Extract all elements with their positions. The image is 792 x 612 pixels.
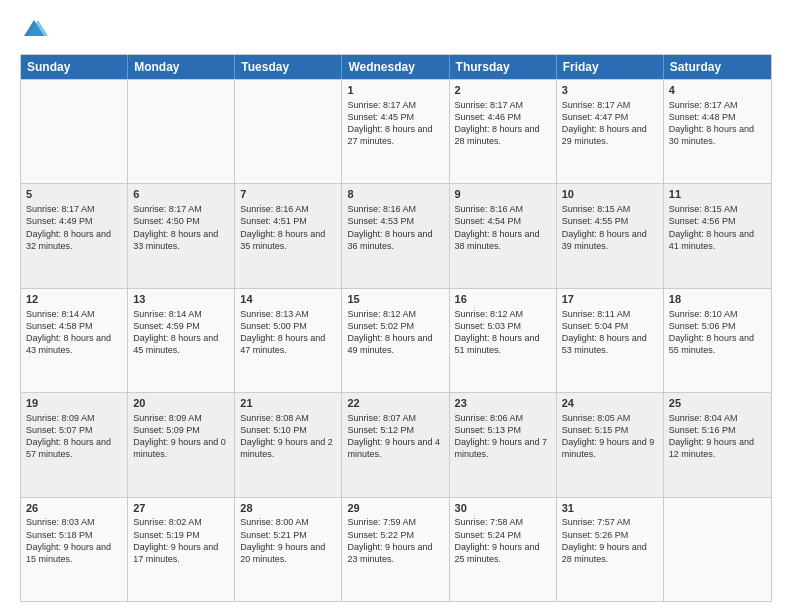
day-cell-24: 24Sunrise: 8:05 AM Sunset: 5:15 PM Dayli… (557, 393, 664, 496)
day-info: Sunrise: 7:57 AM Sunset: 5:26 PM Dayligh… (562, 516, 658, 565)
day-info: Sunrise: 8:07 AM Sunset: 5:12 PM Dayligh… (347, 412, 443, 461)
empty-cell (664, 498, 771, 601)
day-cell-13: 13Sunrise: 8:14 AM Sunset: 4:59 PM Dayli… (128, 289, 235, 392)
day-info: Sunrise: 8:17 AM Sunset: 4:48 PM Dayligh… (669, 99, 766, 148)
day-info: Sunrise: 8:15 AM Sunset: 4:56 PM Dayligh… (669, 203, 766, 252)
day-number: 30 (455, 501, 551, 516)
day-info: Sunrise: 8:15 AM Sunset: 4:55 PM Dayligh… (562, 203, 658, 252)
day-info: Sunrise: 8:13 AM Sunset: 5:00 PM Dayligh… (240, 308, 336, 357)
day-info: Sunrise: 8:16 AM Sunset: 4:54 PM Dayligh… (455, 203, 551, 252)
day-number: 25 (669, 396, 766, 411)
header-day-monday: Monday (128, 55, 235, 79)
day-info: Sunrise: 8:04 AM Sunset: 5:16 PM Dayligh… (669, 412, 766, 461)
header-day-wednesday: Wednesday (342, 55, 449, 79)
day-info: Sunrise: 8:05 AM Sunset: 5:15 PM Dayligh… (562, 412, 658, 461)
day-cell-3: 3Sunrise: 8:17 AM Sunset: 4:47 PM Daylig… (557, 80, 664, 183)
day-number: 20 (133, 396, 229, 411)
day-number: 7 (240, 187, 336, 202)
day-cell-25: 25Sunrise: 8:04 AM Sunset: 5:16 PM Dayli… (664, 393, 771, 496)
day-info: Sunrise: 8:16 AM Sunset: 4:51 PM Dayligh… (240, 203, 336, 252)
day-cell-2: 2Sunrise: 8:17 AM Sunset: 4:46 PM Daylig… (450, 80, 557, 183)
calendar-row-5: 26Sunrise: 8:03 AM Sunset: 5:18 PM Dayli… (21, 497, 771, 601)
day-cell-17: 17Sunrise: 8:11 AM Sunset: 5:04 PM Dayli… (557, 289, 664, 392)
day-cell-21: 21Sunrise: 8:08 AM Sunset: 5:10 PM Dayli… (235, 393, 342, 496)
day-cell-20: 20Sunrise: 8:09 AM Sunset: 5:09 PM Dayli… (128, 393, 235, 496)
day-number: 29 (347, 501, 443, 516)
header-day-tuesday: Tuesday (235, 55, 342, 79)
day-cell-29: 29Sunrise: 7:59 AM Sunset: 5:22 PM Dayli… (342, 498, 449, 601)
day-number: 16 (455, 292, 551, 307)
day-info: Sunrise: 8:17 AM Sunset: 4:49 PM Dayligh… (26, 203, 122, 252)
day-number: 10 (562, 187, 658, 202)
day-number: 12 (26, 292, 122, 307)
day-info: Sunrise: 8:14 AM Sunset: 4:59 PM Dayligh… (133, 308, 229, 357)
day-info: Sunrise: 8:12 AM Sunset: 5:02 PM Dayligh… (347, 308, 443, 357)
day-cell-27: 27Sunrise: 8:02 AM Sunset: 5:19 PM Dayli… (128, 498, 235, 601)
calendar-row-4: 19Sunrise: 8:09 AM Sunset: 5:07 PM Dayli… (21, 392, 771, 496)
day-info: Sunrise: 8:17 AM Sunset: 4:50 PM Dayligh… (133, 203, 229, 252)
calendar: SundayMondayTuesdayWednesdayThursdayFrid… (20, 54, 772, 602)
day-number: 27 (133, 501, 229, 516)
day-number: 8 (347, 187, 443, 202)
day-number: 2 (455, 83, 551, 98)
day-info: Sunrise: 7:59 AM Sunset: 5:22 PM Dayligh… (347, 516, 443, 565)
empty-cell (21, 80, 128, 183)
day-info: Sunrise: 8:14 AM Sunset: 4:58 PM Dayligh… (26, 308, 122, 357)
day-number: 3 (562, 83, 658, 98)
day-cell-12: 12Sunrise: 8:14 AM Sunset: 4:58 PM Dayli… (21, 289, 128, 392)
day-info: Sunrise: 8:16 AM Sunset: 4:53 PM Dayligh… (347, 203, 443, 252)
day-cell-30: 30Sunrise: 7:58 AM Sunset: 5:24 PM Dayli… (450, 498, 557, 601)
day-info: Sunrise: 8:09 AM Sunset: 5:09 PM Dayligh… (133, 412, 229, 461)
day-number: 28 (240, 501, 336, 516)
day-cell-11: 11Sunrise: 8:15 AM Sunset: 4:56 PM Dayli… (664, 184, 771, 287)
day-number: 26 (26, 501, 122, 516)
calendar-row-3: 12Sunrise: 8:14 AM Sunset: 4:58 PM Dayli… (21, 288, 771, 392)
day-cell-22: 22Sunrise: 8:07 AM Sunset: 5:12 PM Dayli… (342, 393, 449, 496)
day-cell-10: 10Sunrise: 8:15 AM Sunset: 4:55 PM Dayli… (557, 184, 664, 287)
day-cell-5: 5Sunrise: 8:17 AM Sunset: 4:49 PM Daylig… (21, 184, 128, 287)
calendar-row-1: 1Sunrise: 8:17 AM Sunset: 4:45 PM Daylig… (21, 79, 771, 183)
day-number: 14 (240, 292, 336, 307)
day-cell-1: 1Sunrise: 8:17 AM Sunset: 4:45 PM Daylig… (342, 80, 449, 183)
header-day-friday: Friday (557, 55, 664, 79)
calendar-row-2: 5Sunrise: 8:17 AM Sunset: 4:49 PM Daylig… (21, 183, 771, 287)
day-number: 19 (26, 396, 122, 411)
day-info: Sunrise: 8:17 AM Sunset: 4:45 PM Dayligh… (347, 99, 443, 148)
calendar-header: SundayMondayTuesdayWednesdayThursdayFrid… (21, 55, 771, 79)
day-number: 22 (347, 396, 443, 411)
day-info: Sunrise: 8:11 AM Sunset: 5:04 PM Dayligh… (562, 308, 658, 357)
day-cell-31: 31Sunrise: 7:57 AM Sunset: 5:26 PM Dayli… (557, 498, 664, 601)
day-cell-15: 15Sunrise: 8:12 AM Sunset: 5:02 PM Dayli… (342, 289, 449, 392)
day-info: Sunrise: 8:17 AM Sunset: 4:46 PM Dayligh… (455, 99, 551, 148)
day-info: Sunrise: 8:08 AM Sunset: 5:10 PM Dayligh… (240, 412, 336, 461)
day-info: Sunrise: 8:10 AM Sunset: 5:06 PM Dayligh… (669, 308, 766, 357)
day-cell-26: 26Sunrise: 8:03 AM Sunset: 5:18 PM Dayli… (21, 498, 128, 601)
logo (20, 16, 52, 44)
day-cell-7: 7Sunrise: 8:16 AM Sunset: 4:51 PM Daylig… (235, 184, 342, 287)
day-info: Sunrise: 8:06 AM Sunset: 5:13 PM Dayligh… (455, 412, 551, 461)
day-number: 6 (133, 187, 229, 202)
day-number: 11 (669, 187, 766, 202)
day-info: Sunrise: 8:17 AM Sunset: 4:47 PM Dayligh… (562, 99, 658, 148)
day-number: 18 (669, 292, 766, 307)
day-number: 13 (133, 292, 229, 307)
header (20, 16, 772, 44)
calendar-body: 1Sunrise: 8:17 AM Sunset: 4:45 PM Daylig… (21, 79, 771, 601)
empty-cell (128, 80, 235, 183)
day-number: 9 (455, 187, 551, 202)
day-info: Sunrise: 8:12 AM Sunset: 5:03 PM Dayligh… (455, 308, 551, 357)
logo-icon (20, 16, 48, 44)
day-cell-28: 28Sunrise: 8:00 AM Sunset: 5:21 PM Dayli… (235, 498, 342, 601)
day-number: 24 (562, 396, 658, 411)
day-cell-18: 18Sunrise: 8:10 AM Sunset: 5:06 PM Dayli… (664, 289, 771, 392)
page: SundayMondayTuesdayWednesdayThursdayFrid… (0, 0, 792, 612)
day-number: 1 (347, 83, 443, 98)
day-cell-19: 19Sunrise: 8:09 AM Sunset: 5:07 PM Dayli… (21, 393, 128, 496)
day-cell-23: 23Sunrise: 8:06 AM Sunset: 5:13 PM Dayli… (450, 393, 557, 496)
day-cell-9: 9Sunrise: 8:16 AM Sunset: 4:54 PM Daylig… (450, 184, 557, 287)
day-number: 4 (669, 83, 766, 98)
day-cell-16: 16Sunrise: 8:12 AM Sunset: 5:03 PM Dayli… (450, 289, 557, 392)
day-number: 23 (455, 396, 551, 411)
day-info: Sunrise: 8:03 AM Sunset: 5:18 PM Dayligh… (26, 516, 122, 565)
day-number: 21 (240, 396, 336, 411)
